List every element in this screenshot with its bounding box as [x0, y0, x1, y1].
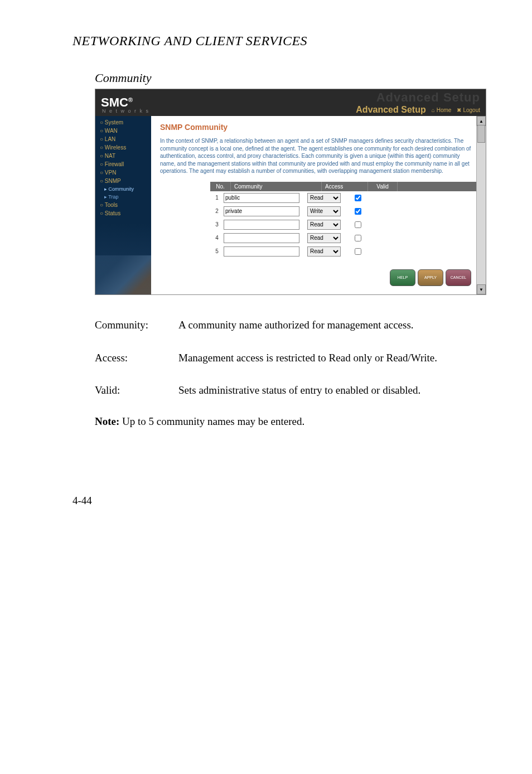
table-row: 4 Read	[210, 231, 477, 245]
snmp-table: No. Community Access Valid 1 Read 2	[210, 182, 477, 258]
def-term: Access:	[95, 350, 178, 366]
access-select[interactable]: Read	[307, 233, 341, 243]
access-select[interactable]: Read	[307, 220, 341, 230]
home-icon: ⌂	[432, 107, 435, 113]
definition-row: Access: Management access is restricted …	[95, 350, 476, 366]
vertical-scrollbar[interactable]: ▲ ▼	[476, 116, 486, 294]
apply-button[interactable]: APPLY	[418, 269, 443, 286]
sidebar-image	[95, 255, 151, 294]
community-input[interactable]	[224, 193, 299, 203]
sidebar-item-firewall[interactable]: ○ Firewall	[95, 160, 151, 168]
page-number: 4-44	[72, 495, 476, 507]
sidebar-item-tools[interactable]: ○ Tools	[95, 201, 151, 209]
sidebar-item-system[interactable]: ○ System	[95, 118, 151, 127]
router-screenshot: SMC® N e t w o r k s Advanced Setup Adva…	[95, 89, 486, 295]
community-input[interactable]	[224, 233, 299, 243]
def-desc: Management access is restricted to Read …	[178, 350, 476, 366]
community-input[interactable]	[224, 220, 299, 230]
valid-checkbox[interactable]	[355, 248, 361, 255]
scroll-down-icon[interactable]: ▼	[477, 284, 486, 294]
community-input[interactable]	[224, 206, 299, 216]
def-desc: A community name authorized for manageme…	[178, 317, 476, 333]
sidebar-item-lan[interactable]: ○ LAN	[95, 135, 151, 143]
content-area: SNMP Community In the context of SNMP, a…	[151, 116, 486, 294]
valid-checkbox[interactable]	[355, 208, 361, 215]
sidebar-item-trap[interactable]: ▸ Trap	[95, 193, 151, 201]
valid-checkbox[interactable]	[355, 195, 361, 201]
sidebar-item-status[interactable]: ○ Status	[95, 209, 151, 217]
row-no: 5	[210, 248, 224, 254]
help-button[interactable]: HELP	[390, 269, 415, 286]
row-no: 3	[210, 221, 224, 228]
table-row: 5 Read	[210, 245, 477, 258]
row-no: 1	[210, 195, 224, 201]
table-row: 1 Read	[210, 191, 477, 205]
sidebar-item-vpn[interactable]: ○ VPN	[95, 168, 151, 177]
table-row: 3 Read	[210, 218, 477, 231]
home-link[interactable]: ⌂ Home	[432, 107, 452, 113]
sidebar: ○ System ○ WAN ○ LAN ○ Wireless ○ NAT ○ …	[95, 116, 151, 294]
table-row: 2 Write	[210, 205, 477, 218]
app-header: SMC® N e t w o r k s Advanced Setup Adva…	[95, 89, 486, 116]
note-text: Up to 5 community names may be entered.	[122, 415, 304, 427]
valid-checkbox[interactable]	[355, 221, 361, 228]
sidebar-item-nat[interactable]: ○ NAT	[95, 152, 151, 160]
cancel-button[interactable]: CANCEL	[446, 269, 471, 286]
note-label: Note:	[95, 415, 119, 427]
definitions: Community: A community name authorized f…	[95, 317, 476, 399]
sidebar-item-wan[interactable]: ○ WAN	[95, 127, 151, 135]
section-title: Community	[95, 71, 476, 85]
community-input[interactable]	[224, 246, 299, 257]
logo-subtitle: N e t w o r k s	[102, 108, 149, 114]
doc-header: NETWORKING AND CLIENT SERVICES	[72, 33, 476, 49]
row-no: 2	[210, 208, 224, 214]
logout-icon: ✖	[457, 107, 461, 113]
def-desc: Sets administrative status of entry to e…	[178, 383, 476, 399]
ghost-title: Advanced Setup	[376, 90, 480, 105]
sidebar-item-wireless[interactable]: ○ Wireless	[95, 143, 151, 152]
def-term: Valid:	[95, 383, 178, 399]
def-term: Community:	[95, 317, 178, 333]
access-select[interactable]: Read	[307, 193, 341, 203]
logo: SMC®	[101, 95, 133, 109]
content-title: SNMP Community	[160, 123, 477, 132]
setup-title: Advanced Setup	[356, 105, 425, 115]
scroll-thumb[interactable]	[477, 125, 485, 143]
valid-checkbox[interactable]	[355, 235, 361, 241]
definition-row: Community: A community name authorized f…	[95, 317, 476, 333]
logout-link[interactable]: ✖ Logout	[457, 107, 480, 113]
sidebar-item-community[interactable]: ▸ Community	[95, 185, 151, 193]
note: Note: Up to 5 community names may be ent…	[95, 415, 476, 428]
sidebar-item-snmp[interactable]: ○ SNMP	[95, 177, 151, 185]
access-select[interactable]: Write	[307, 206, 341, 216]
content-paragraph: In the context of SNMP, a relationship b…	[160, 137, 477, 175]
row-no: 4	[210, 235, 224, 241]
definition-row: Valid: Sets administrative status of ent…	[95, 383, 476, 399]
access-select[interactable]: Read	[307, 246, 341, 257]
table-header: No. Community Access Valid	[210, 182, 477, 191]
